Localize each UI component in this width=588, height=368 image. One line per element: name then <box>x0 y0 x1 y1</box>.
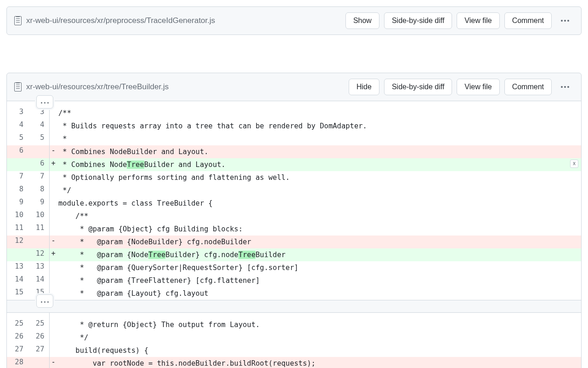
line-number-new[interactable] <box>28 145 49 158</box>
code-content: build(requests) { <box>57 344 581 357</box>
line-number-old[interactable]: 4 <box>7 120 28 132</box>
expand-context-button[interactable] <box>36 95 53 109</box>
line-number-old[interactable]: 26 <box>7 331 28 344</box>
diff-line: 1010 /** <box>7 210 581 223</box>
line-number-old[interactable]: 25 <box>7 313 28 331</box>
code-content: var rootNode = this.nodeBuilder.buildRoo… <box>57 357 581 368</box>
file-path: xr-web-ui/resources/xr/tree/TreeBuilder.… <box>26 82 344 92</box>
line-number-old[interactable]: 14 <box>7 274 28 287</box>
code-content: * Builds requests array into a tree that… <box>57 120 581 132</box>
diff-marker: - <box>49 236 57 248</box>
line-number-new[interactable]: 26 <box>28 331 49 344</box>
line-number-new[interactable]: 13 <box>28 261 49 274</box>
line-number-new[interactable]: 25 <box>28 313 49 331</box>
line-number-old[interactable]: 6 <box>7 145 28 158</box>
diff-marker <box>49 261 57 274</box>
code-content: * @param {NodeTreeBuilder} cfg.nodeTreeB… <box>57 248 581 261</box>
line-number-old[interactable]: 5 <box>7 132 28 145</box>
view-file-button[interactable]: View file <box>457 12 499 29</box>
diff-marker: - <box>49 145 57 158</box>
diff-line: 88 */ <box>7 184 581 197</box>
diff-line: 55 * <box>7 132 581 145</box>
diff-line: 2626 */ <box>7 331 581 344</box>
dismiss-highlight-button[interactable]: x <box>570 160 578 168</box>
line-number-new[interactable]: 7 <box>28 171 49 184</box>
file-header: xr-web-ui/resources/xr/preprocess/TraceI… <box>7 7 581 34</box>
diff-marker <box>49 120 57 132</box>
diff-line: 28- var rootNode = this.nodeBuilder.buil… <box>7 357 581 368</box>
code-content: * @return {Object} The output from Layou… <box>57 313 581 331</box>
diff-line: 1111 * @param {Object} cfg Building bloc… <box>7 223 581 236</box>
code-content: * Optionally performs sorting and flatte… <box>57 171 581 184</box>
side-by-side-button[interactable]: Side-by-side diff <box>384 79 452 95</box>
diff-marker <box>49 210 57 223</box>
line-number-old[interactable]: 27 <box>7 344 28 357</box>
diff-marker <box>49 344 57 357</box>
code-content: * @param {Object} cfg Building blocks: <box>57 223 581 236</box>
diff-marker <box>49 274 57 287</box>
more-icon[interactable] <box>556 16 574 25</box>
diff-line: 2525 * @return {Object} The output from … <box>7 313 581 331</box>
code-content: module.exports = class TreeBuilder { <box>57 197 581 210</box>
line-number-new[interactable]: 11 <box>28 223 49 236</box>
code-content: * @param {Layout} cfg.layout <box>57 287 581 300</box>
comment-button[interactable]: Comment <box>504 12 552 29</box>
line-number-new[interactable]: 12 <box>28 248 49 261</box>
line-number-new[interactable]: 27 <box>28 344 49 357</box>
line-number-new[interactable]: 5 <box>28 132 49 145</box>
diff-line: 99 module.exports = class TreeBuilder { <box>7 197 581 210</box>
line-number-old[interactable]: 9 <box>7 197 28 210</box>
code-content: /** <box>57 210 581 223</box>
diff-highlight: Tree <box>238 251 255 259</box>
hunk-separator <box>7 300 581 313</box>
code-content: */ <box>57 331 581 344</box>
line-number-old[interactable]: 10 <box>7 210 28 223</box>
expand-context-button[interactable] <box>36 294 53 308</box>
side-by-side-button[interactable]: Side-by-side diff <box>384 12 452 29</box>
line-number-old[interactable]: 15 <box>7 287 28 300</box>
line-number-new[interactable]: 9 <box>28 197 49 210</box>
view-file-button[interactable]: View file <box>457 79 499 95</box>
file-path: xr-web-ui/resources/xr/preprocess/TraceI… <box>26 16 341 25</box>
line-number-old[interactable]: 11 <box>7 223 28 236</box>
diff-marker <box>49 184 57 197</box>
line-number-new[interactable]: 4 <box>28 120 49 132</box>
toggle-button[interactable]: Hide <box>349 79 379 95</box>
line-number-old[interactable] <box>7 248 28 261</box>
diff-line: 44 * Builds requests array into a tree t… <box>7 120 581 132</box>
line-number-new[interactable]: 6 <box>28 158 49 171</box>
line-number-new[interactable] <box>28 357 49 368</box>
comment-button[interactable]: Comment <box>504 79 552 95</box>
line-number-old[interactable]: 12 <box>7 236 28 248</box>
line-number-old[interactable] <box>7 158 28 171</box>
diff-highlight: Tree <box>148 251 165 259</box>
diff-marker <box>49 313 57 331</box>
line-number-old[interactable]: 8 <box>7 184 28 197</box>
diff-marker <box>49 197 57 210</box>
diff-highlight: Tree <box>127 161 144 169</box>
code-content: /** <box>57 101 581 120</box>
line-number-old[interactable]: 13 <box>7 261 28 274</box>
code-content: * Combines NodeTreeBuilder and Layout.x <box>57 158 581 171</box>
line-number-old[interactable]: 3 <box>7 101 28 120</box>
line-number-new[interactable]: 10 <box>28 210 49 223</box>
file-icon <box>14 16 22 25</box>
toggle-button[interactable]: Show <box>345 12 379 29</box>
line-number-new[interactable]: 8 <box>28 184 49 197</box>
diff-line: 1414 * @param {TreeFlattener} [cfg.flatt… <box>7 274 581 287</box>
file-diff-collapsed: xr-web-ui/resources/xr/preprocess/TraceI… <box>6 6 582 35</box>
diff-line: 33 /** <box>7 101 581 120</box>
file-header: xr-web-ui/resources/xr/tree/TreeBuilder.… <box>7 73 581 101</box>
line-number-old[interactable]: 28 <box>7 357 28 368</box>
code-content: * @param {NodeBuilder} cfg.nodeBuilder <box>57 236 581 248</box>
line-number-new[interactable] <box>28 236 49 248</box>
line-number-old[interactable]: 7 <box>7 171 28 184</box>
diff-marker <box>49 331 57 344</box>
more-icon[interactable] <box>556 82 574 92</box>
diff-marker: - <box>49 357 57 368</box>
line-number-new[interactable]: 14 <box>28 274 49 287</box>
diff-line: 12- * @param {NodeBuilder} cfg.nodeBuild… <box>7 236 581 248</box>
diff-line: 1515 * @param {Layout} cfg.layout <box>7 287 581 300</box>
file-diff-expanded: xr-web-ui/resources/xr/tree/TreeBuilder.… <box>6 73 582 368</box>
file-icon <box>14 82 22 92</box>
